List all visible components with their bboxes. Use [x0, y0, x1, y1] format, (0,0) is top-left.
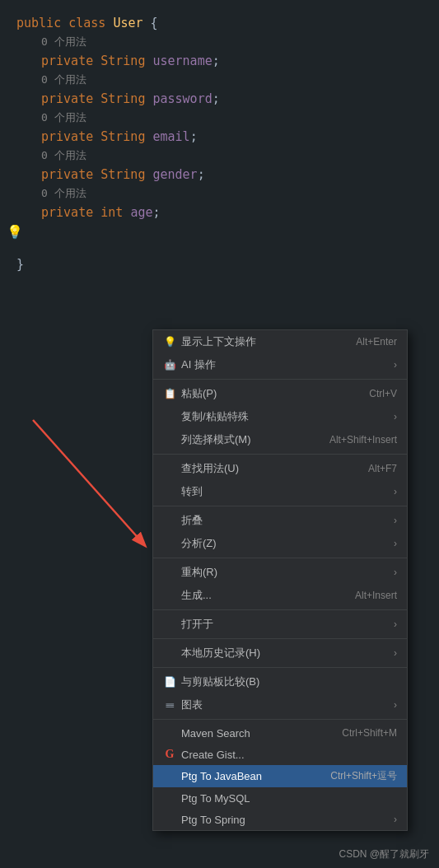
menu-label-generate: 生成... — [181, 588, 212, 603]
usage-comment-5: 0 个用法 — [0, 186, 439, 201]
code-editor: public class User { 0 个用法 private String… — [0, 0, 439, 254]
arrow-ptg-spring: › — [394, 814, 397, 825]
type-int: int — [100, 203, 123, 222]
menu-label-ai: AI 操作 — [181, 357, 216, 372]
type-string-4: String — [100, 165, 145, 184]
menu-item-analyze[interactable]: 分析(Z) › — [153, 532, 407, 555]
watermark: CSDN @醒了就刷牙 — [339, 847, 429, 861]
arrow-open-in: › — [394, 618, 397, 630]
lightbulb-icon[interactable]: 💡 — [7, 224, 23, 240]
shortcut-show-context: Alt+Enter — [356, 336, 397, 348]
refactor-icon — [163, 566, 176, 579]
menu-label-column-mode: 列选择模式(M) — [181, 432, 251, 447]
paste-icon: 📋 — [163, 387, 176, 400]
menu-item-ai[interactable]: 🤖 AI 操作 › — [153, 353, 407, 376]
menu-label-ptg-mysql: Ptg To MySQL — [181, 792, 250, 805]
menu-label-create-gist: Create Gist... — [181, 749, 245, 761]
field-age: age — [130, 203, 152, 222]
shortcut-maven-search: Ctrl+Shift+M — [342, 727, 397, 739]
arrow-goto: › — [394, 486, 397, 497]
shortcut-generate: Alt+Insert — [355, 590, 397, 601]
menu-item-maven-search[interactable]: Maven Search Ctrl+Shift+M — [153, 722, 407, 744]
shortcut-paste: Ctrl+V — [369, 388, 397, 399]
menu-item-refactor[interactable]: 重构(R) › — [153, 561, 407, 584]
menu-label-open-in: 打开于 — [181, 617, 213, 632]
sep-3 — [153, 506, 407, 506]
menu-item-ptg-mysql[interactable]: Ptg To MySQL — [153, 787, 407, 809]
sep-1 — [153, 379, 407, 380]
open-in-icon — [163, 618, 176, 631]
ptg-spring-icon — [163, 813, 176, 826]
keyword-class: class — [68, 13, 105, 33]
sep-7 — [153, 667, 407, 668]
shortcut-ptg-javabean: Ctrl+Shift+逗号 — [330, 769, 397, 783]
menu-item-diagram[interactable]: ≡≡ 图表 › — [153, 693, 407, 716]
gist-icon: G — [163, 748, 176, 761]
menu-item-ptg-javabean[interactable]: Ptg To JavaBean Ctrl+Shift+逗号 — [153, 765, 407, 787]
menu-label-ptg-spring: Ptg To Spring — [181, 814, 245, 826]
fold-icon — [163, 514, 176, 527]
ptg-mysql-icon — [163, 791, 176, 805]
usage-comment-1: 0 个用法 — [0, 35, 439, 49]
menu-label-diagram: 图表 — [181, 698, 203, 712]
class-name: User — [113, 13, 142, 33]
sep-8 — [153, 719, 407, 720]
field-email: email — [152, 127, 189, 147]
field-gender: gender — [152, 165, 197, 184]
menu-item-ptg-spring[interactable]: Ptg To Spring › — [153, 809, 407, 830]
arrow-diagram: › — [394, 699, 397, 711]
lightbulb-row: 💡 — [0, 224, 439, 245]
code-line-4: private String email ; — [0, 125, 439, 148]
keyword-public: public — [16, 13, 61, 33]
code-line-1: public class User { — [0, 12, 439, 35]
keyword-private-1: private — [41, 51, 93, 71]
menu-item-open-in[interactable]: 打开于 › — [153, 613, 407, 636]
menu-label-maven-search: Maven Search — [181, 727, 250, 740]
arrow-ai: › — [394, 359, 397, 371]
generate-icon — [163, 589, 176, 602]
menu-label-show-context: 显示上下文操作 — [181, 334, 256, 349]
find-usage-icon — [163, 462, 176, 475]
context-action-icon: 💡 — [163, 335, 176, 348]
usage-comment-2: 0 个用法 — [0, 72, 439, 87]
code-line-6: private int age ; — [0, 201, 439, 224]
keyword-private-4: private — [41, 165, 93, 184]
svg-line-1 — [33, 420, 142, 542]
menu-item-show-context[interactable]: 💡 显示上下文操作 Alt+Enter — [153, 330, 407, 353]
menu-item-copy-special[interactable]: 复制/粘贴特殊 › — [153, 405, 407, 428]
menu-item-goto[interactable]: 转到 › — [153, 480, 407, 503]
menu-label-compare-clipboard: 与剪贴板比较(B) — [181, 674, 259, 689]
field-username: username — [152, 51, 212, 71]
shortcut-find-usage: Alt+F7 — [368, 463, 397, 474]
menu-item-find-usage[interactable]: 查找用法(U) Alt+F7 — [153, 457, 407, 480]
menu-label-local-history: 本地历史记录(H) — [181, 646, 260, 660]
analyze-icon — [163, 537, 176, 550]
maven-search-icon — [163, 726, 176, 740]
menu-item-paste[interactable]: 📋 粘贴(P) Ctrl+V — [153, 382, 407, 405]
menu-label-ptg-javabean: Ptg To JavaBean — [181, 770, 262, 782]
compare-clipboard-icon: 📄 — [163, 675, 176, 688]
arrow-copy-special: › — [394, 411, 397, 422]
sep-2 — [153, 454, 407, 455]
local-history-icon — [163, 646, 176, 660]
menu-item-fold[interactable]: 折叠 › — [153, 509, 407, 532]
code-line-5: private String gender ; — [0, 163, 439, 186]
menu-item-generate[interactable]: 生成... Alt+Insert — [153, 584, 407, 607]
context-menu: 💡 显示上下文操作 Alt+Enter 🤖 AI 操作 › 📋 粘贴(P) Ct… — [152, 329, 408, 831]
menu-item-column-mode[interactable]: 列选择模式(M) Alt+Shift+Insert — [153, 428, 407, 451]
usage-comment-3: 0 个用法 — [0, 110, 439, 125]
arrow-refactor: › — [394, 567, 397, 578]
type-string-3: String — [100, 127, 145, 147]
sep-5 — [153, 609, 407, 610]
menu-item-local-history[interactable]: 本地历史记录(H) › — [153, 642, 407, 665]
arrow-analyze: › — [394, 538, 397, 549]
sep-6 — [153, 638, 407, 639]
menu-label-goto: 转到 — [181, 484, 203, 499]
menu-label-analyze: 分析(Z) — [181, 536, 217, 551]
menu-item-create-gist[interactable]: G Create Gist... — [153, 744, 407, 765]
menu-label-copy-special: 复制/粘贴特殊 — [181, 409, 249, 424]
arrow-fold: › — [394, 515, 397, 526]
keyword-private-5: private — [41, 203, 93, 222]
field-password: password — [152, 89, 212, 109]
menu-item-compare-clipboard[interactable]: 📄 与剪贴板比较(B) — [153, 670, 407, 693]
